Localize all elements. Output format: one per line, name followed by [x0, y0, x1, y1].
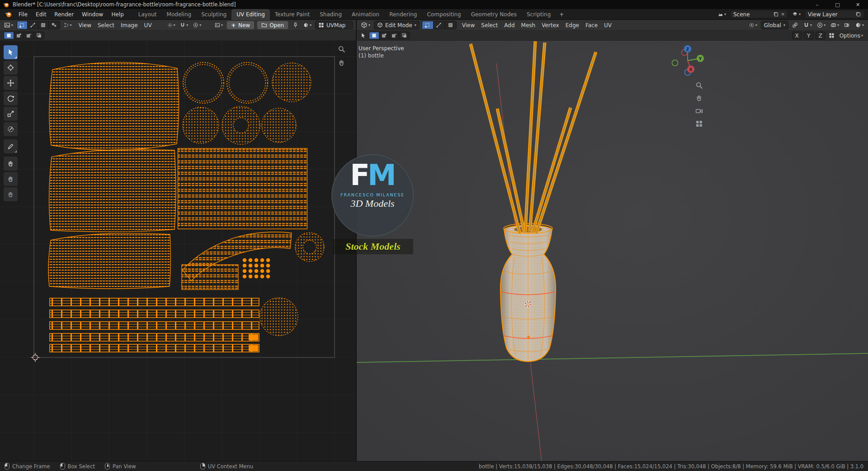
face-mode-button[interactable]	[445, 21, 456, 29]
vp-menu-face[interactable]: Face	[582, 21, 601, 30]
open-image-button[interactable]: Open	[257, 21, 288, 29]
active-tool-icon[interactable]	[360, 33, 366, 38]
browse-image-button[interactable]: ▾	[213, 21, 224, 29]
proportional-editing-button[interactable]: ▾	[192, 21, 203, 29]
pivot-point-button[interactable]: ▾	[166, 21, 177, 29]
tab-rendering[interactable]: Rendering	[384, 9, 422, 20]
tab-scripting[interactable]: Scripting	[522, 9, 556, 20]
tool-cursor-button[interactable]	[4, 61, 18, 75]
uv-editor-type-button[interactable]: ▾	[3, 21, 14, 29]
uv-canvas-svg[interactable]	[0, 41, 356, 461]
sticky-selection-button[interactable]: ▾	[62, 21, 73, 29]
unlink-scene-icon[interactable]: ✕	[781, 12, 785, 17]
vp-snap-toggle-button[interactable]: ▾	[802, 21, 813, 29]
vp-menu-uv[interactable]: UV	[601, 21, 615, 30]
snap-grid-button[interactable]	[827, 31, 836, 40]
edge-mode-button[interactable]	[434, 21, 445, 29]
window-title: Blender* [C:\Users\franc\Desktop\room-fr…	[13, 1, 236, 8]
viewport-canvas[interactable]: User Perspective (1) bottle Z Y X	[357, 41, 868, 461]
orientation-selector[interactable]: Global ▾	[761, 21, 788, 29]
vp-pivot-button[interactable]: ▾	[747, 21, 759, 29]
vp-menu-view[interactable]: View	[459, 21, 478, 30]
uv-select-face-button[interactable]	[38, 21, 49, 29]
tab-uv-editing[interactable]: UV Editing	[231, 9, 270, 20]
tab-compositing[interactable]: Compositing	[422, 9, 466, 20]
tab-modeling[interactable]: Modeling	[162, 9, 197, 20]
add-workspace-button[interactable]: +	[556, 9, 567, 20]
browse-view-layer-button[interactable]: ▾	[791, 10, 802, 19]
tool-relax-button[interactable]	[4, 172, 18, 186]
tab-texture-paint[interactable]: Texture Paint	[270, 9, 315, 20]
display-channels-button[interactable]: ▾	[302, 21, 313, 29]
mode-intersect-button[interactable]	[34, 32, 44, 39]
new-view-layer-icon[interactable]	[855, 11, 861, 17]
snap-target-button[interactable]	[791, 21, 800, 29]
xray-toggle-button[interactable]	[843, 21, 852, 29]
shading-mode-button[interactable]: ▾	[854, 21, 865, 29]
tool-scale-button[interactable]	[4, 107, 18, 121]
overlays-button[interactable]: ▾	[829, 21, 840, 29]
tab-layout[interactable]: Layout	[133, 9, 162, 20]
close-button[interactable]: ✕	[848, 0, 868, 9]
tool-grab-button[interactable]	[4, 157, 18, 171]
mode-selector[interactable]: Edit Mode ▾	[374, 21, 420, 29]
vertex-mode-button[interactable]	[422, 21, 434, 29]
viewport-editor-type-button[interactable]: ▾	[359, 21, 372, 29]
vp-mode-subtract-button[interactable]	[389, 32, 399, 39]
vp-menu-add[interactable]: Add	[501, 21, 518, 30]
uv-canvas[interactable]	[0, 41, 356, 461]
mirror-x-button[interactable]: X	[792, 32, 802, 39]
viewport-svg[interactable]: User Perspective (1) bottle Z Y X	[357, 41, 868, 461]
gizmo-minus-y-ball[interactable]	[672, 60, 678, 66]
uv-select-edge-button[interactable]	[28, 21, 38, 29]
tab-geometry-nodes[interactable]: Geometry Nodes	[466, 9, 522, 20]
menu-file[interactable]: File	[14, 10, 32, 19]
vp-menu-vertex[interactable]: Vertex	[538, 21, 562, 30]
scene-selector[interactable]: Scene ✕	[730, 10, 788, 19]
menu-edit[interactable]: Edit	[32, 10, 50, 19]
options-button[interactable]: Options ▾	[838, 31, 864, 40]
tool-transform-button[interactable]	[4, 122, 18, 136]
mode-subtract-button[interactable]	[24, 32, 34, 39]
new-scene-icon[interactable]	[773, 11, 779, 17]
menu-render[interactable]: Render	[50, 10, 78, 19]
menu-help[interactable]: Help	[107, 10, 127, 19]
tool-move-button[interactable]	[4, 76, 18, 90]
tool-annotate-button[interactable]	[4, 139, 18, 153]
browse-scene-button[interactable]: ▾	[716, 10, 727, 19]
tool-select-box-button[interactable]	[4, 45, 18, 59]
vp-proportional-button[interactable]: ▾	[816, 21, 827, 29]
uv-menu-image[interactable]: Image	[118, 21, 141, 30]
minimize-button[interactable]: –	[807, 0, 827, 9]
tab-sculpting[interactable]: Sculpting	[196, 9, 231, 20]
tab-shading[interactable]: Shading	[315, 9, 347, 20]
pin-image-button[interactable]	[291, 21, 300, 29]
blender-logo-icon	[3, 1, 9, 8]
maximize-button[interactable]: □	[827, 0, 848, 9]
view-layer-selector[interactable]: View Layer	[805, 10, 864, 19]
uv-select-vertex-button[interactable]	[17, 21, 28, 29]
uv-menu-uv[interactable]: UV	[141, 21, 155, 30]
mode-extend-button[interactable]	[14, 32, 24, 39]
snap-toggle-button[interactable]: ▾	[179, 21, 189, 29]
mirror-z-button[interactable]: Z	[816, 32, 826, 39]
vp-mode-extend-button[interactable]	[379, 32, 389, 39]
tab-animation[interactable]: Animation	[347, 9, 384, 20]
uv-select-island-button[interactable]	[49, 21, 59, 29]
uv-map-field[interactable]: UVMap	[315, 21, 353, 29]
uv-menu-select[interactable]: Select	[94, 21, 118, 30]
blender-menu-icon[interactable]	[5, 10, 12, 18]
vp-menu-edge[interactable]: Edge	[562, 21, 582, 30]
mirror-y-button[interactable]: Y	[804, 32, 814, 39]
vp-mode-intersect-button[interactable]	[399, 32, 409, 39]
tool-rotate-button[interactable]	[4, 91, 18, 105]
bottle-mesh[interactable]	[500, 224, 556, 362]
mode-set-button[interactable]	[4, 32, 14, 39]
vp-menu-mesh[interactable]: Mesh	[518, 21, 539, 30]
menu-window[interactable]: Window	[78, 10, 107, 19]
uv-menu-view[interactable]: View	[75, 21, 94, 30]
tool-pinch-button[interactable]	[4, 187, 18, 201]
new-image-button[interactable]: + New	[226, 21, 255, 29]
vp-menu-select[interactable]: Select	[478, 21, 501, 30]
vp-mode-set-button[interactable]	[369, 32, 379, 39]
